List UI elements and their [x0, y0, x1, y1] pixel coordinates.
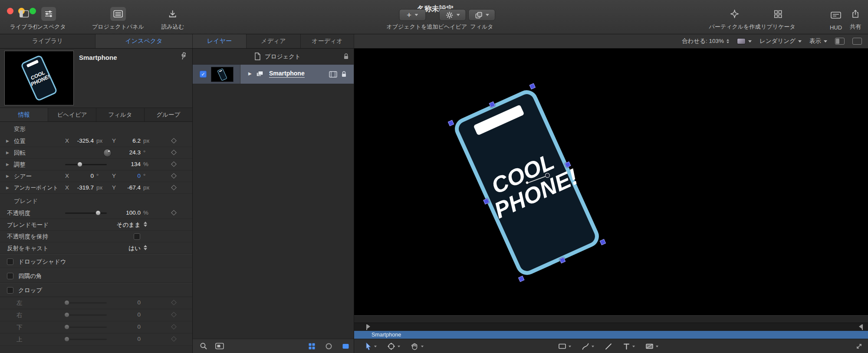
crop-right-slider[interactable] — [65, 314, 107, 316]
four-corner-checkbox[interactable] — [7, 273, 13, 279]
mask-tool[interactable] — [645, 343, 658, 350]
scale-slider[interactable] — [65, 164, 107, 165]
tab-inspector[interactable]: インスペクタ — [95, 34, 193, 48]
view-menu[interactable]: 表示 — [809, 37, 827, 45]
search-icon[interactable] — [200, 342, 207, 350]
project-row[interactable]: プロジェクト — [193, 49, 354, 65]
keyframe-diamond-icon[interactable] — [171, 300, 177, 305]
disclosure-icon[interactable]: ▶ — [248, 71, 252, 76]
keyframe-diamond-icon[interactable] — [171, 185, 177, 190]
rectangle-tool[interactable] — [558, 343, 571, 350]
layer-row-smartphone[interactable]: ▶ Smartphone — [193, 65, 354, 84]
keyframe-diamond-icon[interactable] — [171, 138, 177, 144]
selection-handle-bottom-right[interactable] — [600, 239, 606, 245]
crop-checkbox[interactable] — [7, 287, 13, 294]
cast-reflection-popup-value[interactable]: はい — [87, 245, 141, 252]
keyframe-diamond-icon[interactable] — [171, 173, 177, 179]
layer-name[interactable]: Smartphone — [269, 70, 305, 78]
frames-icon[interactable] — [329, 71, 337, 78]
tab-layers[interactable]: レイヤー — [193, 34, 247, 48]
tab-audio[interactable]: オーディオ — [301, 34, 354, 48]
keyframe-diamond-icon[interactable] — [171, 312, 177, 317]
opacity-slider[interactable] — [65, 212, 107, 214]
drop-shadow-checkbox[interactable] — [7, 258, 13, 265]
blend-mode-popup-value[interactable]: そのまま — [87, 221, 141, 229]
disclosure-icon[interactable]: ▶ — [6, 150, 9, 155]
text-tool[interactable] — [623, 343, 635, 350]
smartphone-object[interactable]: COOL PHONE! — [451, 87, 603, 279]
zoom-stepper-icon[interactable] — [727, 39, 729, 43]
play-range-out-marker[interactable] — [859, 324, 863, 330]
disclosure-icon[interactable]: ▶ — [6, 139, 9, 143]
resize-corner-icon[interactable] — [855, 343, 863, 350]
canvas-viewport[interactable]: COOL PHONE! — [354, 49, 868, 315]
rendering-menu[interactable]: レンダリング — [760, 37, 802, 45]
channel-swatch-control[interactable] — [737, 38, 752, 44]
rotation-field[interactable]: 24.3 — [115, 149, 141, 156]
crop-top-slider[interactable] — [65, 339, 107, 340]
keyframe-diamond-icon[interactable] — [171, 324, 177, 330]
disclosure-icon[interactable]: ▶ — [6, 174, 9, 178]
keyframe-diamond-icon[interactable] — [171, 210, 177, 216]
pan-tool[interactable] — [411, 342, 424, 350]
add-object-toolbar-button[interactable]: + オブジェクトを追加 — [386, 0, 438, 34]
behaviors-toolbar-button[interactable]: ビヘイビア — [438, 0, 467, 34]
filmstrip-panel-icon[interactable] — [215, 343, 224, 350]
selection-handle-bottom-left[interactable] — [518, 276, 525, 282]
zoom-level-control[interactable]: 合わせる: 103% — [682, 37, 729, 45]
preserve-opacity-checkbox[interactable] — [134, 233, 140, 240]
popup-stepper-icon[interactable] — [144, 222, 147, 227]
mini-timeline[interactable] — [354, 323, 868, 331]
window-layout-toggle-1[interactable] — [835, 38, 845, 45]
opacity-field[interactable]: 100.0 — [112, 209, 141, 216]
line-tool[interactable] — [605, 343, 612, 350]
shear-x-field[interactable]: 0 — [69, 173, 94, 179]
rotation-dial[interactable] — [103, 149, 112, 157]
keyframe-diamond-icon[interactable] — [171, 161, 177, 167]
selection-handle-top-left[interactable] — [448, 120, 454, 127]
filters-toggle-icon[interactable] — [308, 343, 316, 350]
lock-icon[interactable] — [343, 53, 349, 60]
window-layout-toggle-2[interactable] — [852, 38, 862, 45]
transform-tool[interactable] — [387, 342, 400, 350]
position-x-field[interactable]: -325.4 — [69, 137, 94, 144]
popup-stepper-icon[interactable] — [144, 245, 147, 250]
make-particles-toolbar-button[interactable]: パーティクルを作成 — [709, 0, 761, 34]
layer-enabled-checkbox[interactable] — [200, 71, 207, 78]
disclosure-icon[interactable]: ▶ — [6, 186, 9, 190]
pin-icon[interactable] — [180, 52, 187, 61]
keyframe-diamond-icon[interactable] — [171, 150, 177, 155]
inspector-toolbar-button[interactable]: インスペクタ — [31, 0, 66, 34]
select-tool[interactable] — [365, 342, 377, 350]
share-toolbar-button[interactable]: 共有 — [848, 0, 862, 34]
crop-bottom-field[interactable]: 0 — [112, 324, 141, 330]
crop-left-slider[interactable] — [65, 302, 107, 304]
tab-info[interactable]: 情報 — [0, 108, 48, 121]
tab-filters[interactable]: フィルタ — [96, 108, 145, 121]
add-object-dropdown[interactable]: + — [399, 9, 426, 21]
tab-media[interactable]: メディア — [247, 34, 301, 48]
tab-behaviors[interactable]: ビヘイビア — [48, 108, 96, 121]
masks-toggle-icon[interactable] — [342, 343, 349, 350]
anchor-x-field[interactable]: -319.7 — [69, 184, 94, 191]
hud-toolbar-button[interactable]: HUD — [828, 0, 844, 34]
crop-bottom-slider[interactable] — [65, 327, 107, 328]
play-range-in-marker[interactable] — [366, 324, 370, 330]
selection-handle-top-right[interactable] — [529, 83, 536, 90]
disclosure-icon[interactable]: ▶ — [6, 162, 9, 167]
filters-dropdown[interactable] — [468, 9, 495, 21]
tab-group[interactable]: グループ — [145, 108, 192, 121]
timeline-clip-bar[interactable]: Smartphone — [354, 331, 868, 339]
import-toolbar-button[interactable]: 読み込む — [161, 0, 184, 34]
behaviors-dropdown[interactable] — [439, 9, 466, 21]
paint-stroke-tool[interactable] — [582, 343, 594, 350]
project-panel-toolbar-button[interactable]: プロジェクトパネル — [92, 0, 144, 34]
crop-left-field[interactable]: 0 — [112, 299, 141, 306]
anchor-y-field[interactable]: -67.4 — [115, 184, 141, 191]
behaviors-toggle-icon[interactable] — [325, 343, 332, 350]
crop-top-field[interactable]: 0 — [112, 336, 141, 342]
tab-library[interactable]: ライブラリ — [0, 34, 95, 48]
shear-y-field[interactable]: 0 — [115, 173, 141, 179]
replicator-toolbar-button[interactable]: リプリケータ — [761, 0, 796, 34]
crop-right-field[interactable]: 0 — [112, 311, 141, 318]
